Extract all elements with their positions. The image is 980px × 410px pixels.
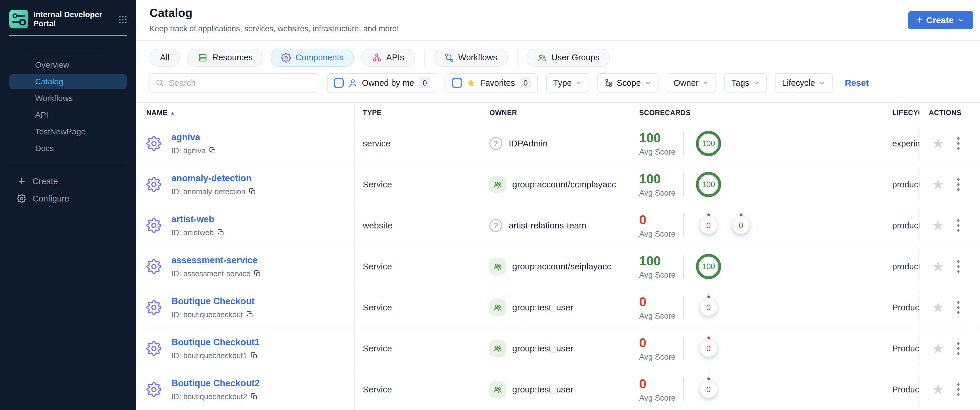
sidebar-item-docs[interactable]: Docs xyxy=(10,141,127,156)
plus-icon xyxy=(17,176,27,186)
component-name-link[interactable]: artist-web xyxy=(172,214,224,225)
copy-icon[interactable] xyxy=(249,188,256,195)
sidebar-create-label: Create xyxy=(32,177,58,186)
component-name-link[interactable]: anomaly-detection xyxy=(172,173,256,183)
sidebar: Internal Developer Portal Overview Catal… xyxy=(0,0,136,410)
tab-components[interactable]: Components xyxy=(270,49,354,67)
score-divider xyxy=(683,214,684,237)
copy-icon[interactable] xyxy=(246,311,253,318)
row-menu-kebab-icon[interactable] xyxy=(956,218,961,233)
scorecard-badge[interactable]: 100 xyxy=(696,131,721,156)
favorite-star-icon[interactable] xyxy=(932,219,944,233)
sidebar-item-api[interactable]: API xyxy=(10,108,127,123)
sidebar-item-workflows[interactable]: Workflows xyxy=(10,91,127,106)
chevron-down-icon xyxy=(644,79,651,86)
component-name-link[interactable]: Boutique Checkout2 xyxy=(172,378,259,389)
scorecard-badge[interactable]: 0 xyxy=(696,377,721,402)
favorites-checkbox[interactable] xyxy=(452,78,462,88)
server-icon xyxy=(198,53,208,63)
scope-dropdown[interactable]: Scope xyxy=(597,73,658,93)
component-type: website xyxy=(363,220,393,230)
component-name-link[interactable]: Boutique Checkout1 xyxy=(172,337,259,348)
workflow-icon xyxy=(444,53,454,63)
column-header-type[interactable]: TYPE xyxy=(363,108,382,117)
sidebar-item-overview[interactable]: Overview xyxy=(10,58,127,72)
copy-icon[interactable] xyxy=(209,147,216,154)
score-divider xyxy=(683,255,684,278)
page-title: Catalog xyxy=(150,6,980,20)
component-id: ID: boutiquecheckout xyxy=(172,310,243,319)
lifecycle-value: experimental xyxy=(892,139,920,148)
sidebar-configure-button[interactable]: Configure xyxy=(0,191,136,206)
copy-icon[interactable] xyxy=(251,393,258,400)
table-row: agniva ID: agniva service IDPAdmin 100 A… xyxy=(136,123,980,164)
component-id: ID: agniva xyxy=(172,146,206,155)
column-header-actions: ACTIONS xyxy=(929,108,962,117)
type-dropdown[interactable]: Type xyxy=(546,73,589,93)
component-name-link[interactable]: assessment-service xyxy=(172,255,261,266)
hierarchy-icon xyxy=(605,78,613,87)
scorecard-badge[interactable]: 100 xyxy=(696,172,721,197)
reset-filters-link[interactable]: Reset xyxy=(845,78,869,88)
favorite-star-icon[interactable] xyxy=(932,136,944,150)
scorecard-badge[interactable]: 0 xyxy=(696,295,721,320)
owned-by-me-filter[interactable]: Owned by me 0 xyxy=(327,73,438,93)
scorecard-badge[interactable]: 0 xyxy=(696,213,721,238)
sidebar-item-testnewpage[interactable]: TestNewPage xyxy=(10,124,127,139)
create-button[interactable]: Create xyxy=(908,11,973,29)
row-menu-kebab-icon[interactable] xyxy=(956,177,961,192)
main-content: Catalog Keep track of applications, serv… xyxy=(136,0,980,410)
scorecard-badge[interactable]: 0 xyxy=(696,336,721,361)
group-owner-icon xyxy=(489,176,506,193)
row-menu-kebab-icon[interactable] xyxy=(956,382,961,397)
scorecard-badge[interactable]: 0 xyxy=(729,213,754,238)
copy-icon[interactable] xyxy=(217,229,224,236)
group-owner-icon xyxy=(489,340,506,357)
column-header-scorecards[interactable]: SCORECARDS xyxy=(639,108,691,117)
row-menu-kebab-icon[interactable] xyxy=(956,259,961,274)
tab-apis[interactable]: APIs xyxy=(361,49,415,67)
search-input[interactable] xyxy=(169,78,309,88)
app-grid-icon[interactable] xyxy=(118,15,127,24)
favorite-star-icon[interactable] xyxy=(932,300,944,314)
component-type: Service xyxy=(363,180,392,190)
component-gear-icon xyxy=(146,218,161,233)
lifecycle-dropdown[interactable]: Lifecycle xyxy=(775,73,832,93)
tab-resources[interactable]: Resources xyxy=(187,49,263,67)
owner-dropdown[interactable]: Owner xyxy=(667,73,716,93)
component-gear-icon xyxy=(146,341,161,356)
tab-user-groups[interactable]: User Groups xyxy=(527,49,610,67)
component-name-link[interactable]: agniva xyxy=(172,132,216,143)
brand-accent-line xyxy=(10,35,127,36)
avg-score-label: Avg Score xyxy=(639,353,683,362)
row-menu-kebab-icon[interactable] xyxy=(956,341,961,356)
copy-icon[interactable] xyxy=(254,270,261,277)
plus-icon xyxy=(916,15,923,26)
tab-workflows[interactable]: Workflows xyxy=(434,49,508,67)
favorite-star-icon[interactable] xyxy=(932,177,944,191)
component-gear-icon xyxy=(146,177,161,192)
tags-dropdown[interactable]: Tags xyxy=(724,73,767,93)
column-header-owner[interactable]: OWNER xyxy=(489,108,517,117)
sidebar-item-catalog[interactable]: Catalog xyxy=(10,74,127,89)
column-header-lifecycle[interactable]: LIFECYCLE xyxy=(892,108,920,117)
column-header-name[interactable]: NAME xyxy=(146,108,175,117)
favorite-star-icon[interactable] xyxy=(932,260,944,274)
tab-divider xyxy=(517,49,517,66)
component-id: ID: assessment-service xyxy=(172,269,250,278)
scorecard-badge[interactable]: 100 xyxy=(696,254,721,279)
row-menu-kebab-icon[interactable] xyxy=(956,136,961,151)
sidebar-create-button[interactable]: Create xyxy=(0,174,136,188)
favorite-star-icon[interactable] xyxy=(932,383,944,397)
copy-icon[interactable] xyxy=(251,352,258,359)
avg-score-value: 0 xyxy=(639,336,683,350)
tab-all[interactable]: All xyxy=(150,49,180,67)
score-divider xyxy=(683,296,684,319)
favorites-filter[interactable]: Favorites 0 xyxy=(445,73,538,93)
row-menu-kebab-icon[interactable] xyxy=(956,300,961,315)
component-name-link[interactable]: Boutique Checkout xyxy=(172,296,255,306)
brand-logo-icon xyxy=(10,10,28,29)
favorite-star-icon[interactable] xyxy=(932,341,944,356)
type-dropdown-label: Type xyxy=(553,78,572,88)
owned-by-me-checkbox[interactable] xyxy=(334,78,344,88)
